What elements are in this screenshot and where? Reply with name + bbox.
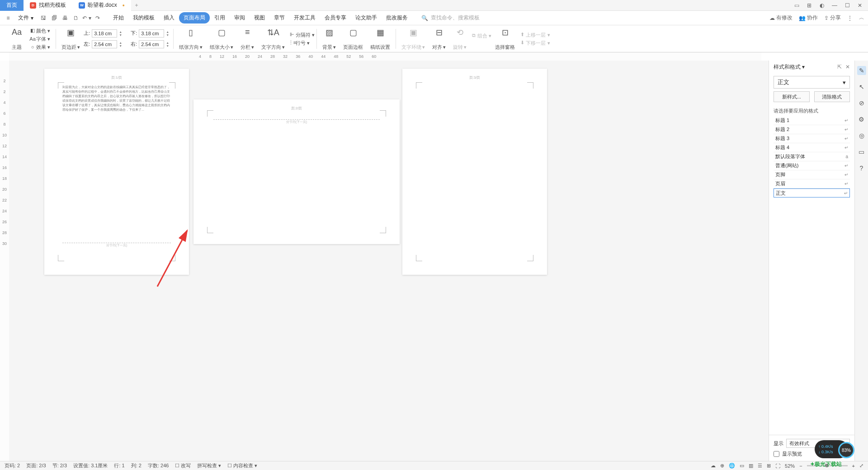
line-no-button[interactable]: ⋮≡行号 ▾ [288, 39, 315, 47]
status-grid-icon[interactable]: ⊞ [767, 463, 771, 469]
page-border-button[interactable]: ▢页面边框 [340, 27, 367, 51]
minimize-icon[interactable]: — [831, 2, 838, 9]
status-page-no[interactable]: 页码: 2 [5, 462, 20, 469]
margin-left-input[interactable]: 2.54 cm [92, 40, 117, 48]
print-icon[interactable]: 🖶 [61, 14, 70, 23]
bring-forward-button[interactable]: ⬆上移一层 ▾ [519, 31, 550, 38]
paper-direction-button[interactable]: ▯纸张方向 ▾ [175, 27, 206, 51]
tab-page-layout[interactable]: 页面布局 [179, 12, 210, 24]
status-col[interactable]: 列: 2 [131, 462, 142, 469]
color-button[interactable]: ◧颜色 ▾ [29, 27, 50, 34]
redo-icon[interactable]: ↷ [93, 14, 102, 23]
tab-templates[interactable]: D找稻壳模板 [24, 0, 72, 11]
status-outline-icon[interactable]: ☰ [758, 463, 762, 469]
tab-document[interactable]: W盼望着.docx• [72, 0, 131, 11]
hamburger-icon[interactable]: ≡ [4, 14, 13, 23]
zoom-in-icon[interactable]: + [852, 463, 855, 469]
margin-top-input[interactable]: 3.18 cm [92, 29, 117, 38]
limit-icon[interactable]: ⊘ [857, 99, 866, 108]
new-style-button[interactable]: 新样式... [774, 91, 810, 102]
tab-devtools[interactable]: 开发工具 [289, 12, 320, 24]
style-item-body[interactable]: 正文↵ [774, 188, 850, 197]
current-style-select[interactable]: 正文▾ [774, 76, 850, 89]
pin-icon[interactable]: ⇱ [837, 64, 842, 70]
align-button[interactable]: ⊟对齐 ▾ [429, 27, 449, 51]
paper-settings-button[interactable]: ▦稿纸设置 [367, 27, 394, 51]
tab-thesis[interactable]: 论文助手 [351, 12, 382, 24]
horizontal-ruler[interactable]: 4812162024283236404448525660 [9, 52, 761, 61]
tab-references[interactable]: 引用 [210, 12, 230, 24]
paper-size-button[interactable]: ▢纸张大小 ▾ [206, 27, 237, 51]
file-menu[interactable]: 文件 ▾ [14, 13, 37, 23]
tab-member[interactable]: 会员专享 [320, 12, 351, 24]
layout-icon[interactable]: ▭ [793, 2, 800, 9]
font-button[interactable]: Aa字体 ▾ [29, 35, 50, 42]
share-button[interactable]: ⇪分享 [824, 14, 841, 22]
command-search[interactable]: 🔍 查找命令、搜索模板 [421, 14, 480, 22]
selection-pane-button[interactable]: ⊡选择窗格 [491, 27, 519, 51]
skin-icon[interactable]: ◐ [818, 2, 826, 9]
style-item-h2[interactable]: 标题 2↵ [774, 125, 850, 134]
book-icon[interactable]: ▭ [857, 147, 866, 156]
vertical-ruler[interactable]: 224681012141618202224262830 [0, 61, 9, 461]
status-spell[interactable]: 拼写检查 ▾ [197, 462, 221, 469]
zoom-out-icon[interactable]: − [799, 463, 802, 469]
zoom-value[interactable]: 52% [785, 463, 795, 469]
status-row[interactable]: 行: 1 [114, 462, 124, 469]
page-body-text[interactable]: 到目前为止，大家对金山文档的这款在线编辑工具其实已经是非常熟悉的了，其实可能有创… [62, 85, 171, 112]
status-words[interactable]: 字数: 246 [148, 462, 169, 469]
page-margins-button[interactable]: ▣页边距 ▾ [58, 27, 84, 51]
send-backward-button[interactable]: ⬇下移一层 ▾ [519, 39, 550, 47]
columns-button[interactable]: ≡分栏 ▾ [237, 27, 258, 51]
apps-icon[interactable]: ⊞ [806, 2, 813, 9]
print-preview-icon[interactable]: 🗋 [71, 14, 80, 23]
effect-button[interactable]: ○效果 ▾ [29, 43, 50, 51]
document-canvas[interactable]: 页:1/页 到目前为止，大家对金山文档的这款在线编辑工具其实已经是非常熟悉的了，… [9, 61, 769, 461]
status-view-icon[interactable]: ▥ [749, 463, 753, 469]
page-3[interactable]: 页:3/页 [402, 69, 547, 275]
style-item-h3[interactable]: 标题 3↵ [774, 134, 850, 143]
cursor-icon[interactable]: ↖ [857, 82, 866, 91]
background-button[interactable]: ▨背景 ▾ [319, 27, 340, 51]
status-setting[interactable]: 设置值: 3.1厘米 [73, 462, 108, 469]
tab-insert[interactable]: 插入 [159, 12, 179, 24]
collapse-ribbon-icon[interactable]: ︿ [859, 14, 864, 22]
tab-proofread[interactable]: 批改服务 [382, 12, 412, 24]
breaks-button[interactable]: ⊩分隔符 ▾ [288, 31, 315, 38]
margin-right-input[interactable]: 2.54 cm [139, 40, 164, 48]
clear-format-button[interactable]: 清除格式 [814, 91, 850, 102]
zoom-fit-icon[interactable]: ⤢ [859, 463, 863, 469]
page-2[interactable]: 页:2/页 分节符(下一页) [193, 99, 400, 244]
style-item-footer[interactable]: 页脚↵ [774, 170, 850, 179]
status-fit-icon[interactable]: ⛶ [775, 463, 780, 469]
rotate-button[interactable]: ⟲旋转 ▾ [449, 27, 470, 51]
tab-home[interactable]: 首页 [0, 0, 24, 11]
tab-start[interactable]: 开始 [108, 12, 128, 24]
tab-review[interactable]: 审阅 [230, 12, 250, 24]
tab-view[interactable]: 视图 [250, 12, 269, 24]
location-icon[interactable]: ◎ [857, 131, 866, 140]
style-item-h4[interactable]: 标题 4↵ [774, 143, 850, 152]
more-icon[interactable]: ⋮ [847, 15, 853, 21]
status-section[interactable]: 节: 2/3 [52, 462, 67, 469]
cpu-percent-widget[interactable]: 83% [838, 442, 854, 458]
status-pages[interactable]: 页面: 2/3 [26, 462, 46, 469]
close-icon[interactable]: ✕ [856, 2, 863, 9]
maximize-icon[interactable]: ☐ [844, 2, 851, 9]
style-item-header[interactable]: 页眉↵ [774, 179, 850, 188]
style-item-h1[interactable]: 标题 1↵ [774, 116, 850, 125]
help-icon[interactable]: ? [857, 164, 866, 173]
status-content-check[interactable]: ☐ 内容检查 ▾ [227, 462, 257, 469]
status-web-icon[interactable]: ⊕ [720, 463, 724, 469]
margin-bottom-input[interactable]: 3.18 cm [139, 29, 164, 38]
close-panel-icon[interactable]: ✕ [845, 64, 850, 70]
status-cloud-icon[interactable]: ☁ [711, 463, 716, 469]
edit-pen-icon[interactable]: ✎ [857, 66, 866, 75]
save-icon[interactable]: 🖫 [39, 14, 48, 23]
group-button[interactable]: ⧉组合 ▾ [470, 32, 491, 39]
settings-icon[interactable]: ⚙ [857, 115, 866, 124]
tab-my-templates[interactable]: 我的模板 [128, 12, 159, 24]
save-as-icon[interactable]: 🗐 [50, 14, 59, 23]
style-item-default-font[interactable]: 默认段落字体a [774, 152, 850, 161]
status-read-icon[interactable]: ▭ [740, 463, 744, 469]
